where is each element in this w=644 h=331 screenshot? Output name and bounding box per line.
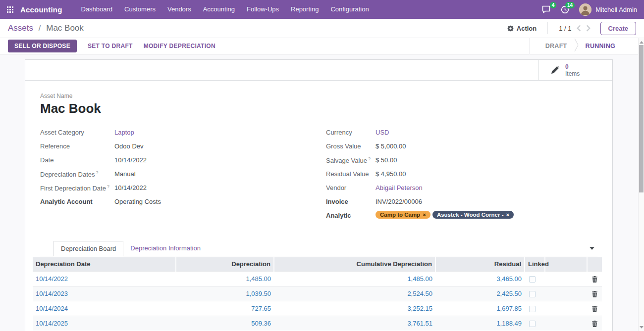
field-invoice: InvoiceINV/2022/00006 — [326, 197, 603, 207]
set-to-draft-button[interactable]: SET TO DRAFT — [88, 43, 133, 49]
delete-row-button[interactable] — [587, 286, 602, 301]
analytic-tags: Camp to Camp×Asustek - Wood Corner -× — [376, 211, 514, 219]
residual-cell[interactable]: 1,188.49 — [435, 316, 525, 331]
tab-depreciation-information[interactable]: Depreciation Information — [123, 241, 208, 256]
residual-cell[interactable]: 1,697.85 — [435, 301, 525, 316]
value-text[interactable]: $ 5,000.00 — [376, 142, 406, 150]
depreciation-cell[interactable]: 1,039.50 — [176, 286, 274, 301]
delete-row-button[interactable] — [587, 316, 602, 331]
cumulative-depreciation-cell[interactable]: 3,252.15 — [274, 301, 435, 316]
depreciation-date-cell[interactable]: 10/14/2022 — [33, 271, 176, 286]
nav-item-configuration[interactable]: Configuration — [324, 0, 375, 19]
link-laptop[interactable]: Laptop — [114, 129, 134, 136]
depreciation-date-cell[interactable]: 10/14/2024 — [33, 301, 176, 316]
linked-checkbox[interactable] — [529, 306, 536, 312]
value-text[interactable]: Odoo Dev — [114, 142, 144, 150]
nav-item-follow-ups[interactable]: Follow-Ups — [241, 0, 285, 19]
vertical-scrollbar[interactable] — [638, 38, 644, 331]
field-analytic-account: Analytic AccountOperating Costs — [40, 197, 318, 207]
table-row[interactable]: 10/14/20221,485.001,485.003,465.00 — [33, 271, 602, 286]
modify-depreciation-button[interactable]: MODIFY DEPRECIATION — [144, 43, 215, 49]
value-text[interactable]: $ 50.00 — [376, 156, 397, 164]
statusbar: DRAFTRUNNING — [529, 38, 622, 54]
field-salvage-value: Salvage Value?$ 50.00 — [326, 156, 603, 165]
nav-item-customers[interactable]: Customers — [118, 0, 161, 19]
button-bar: SELL OR DISPOSE SET TO DRAFT MODIFY DEPR… — [0, 38, 644, 54]
field-label-vendor: Vendor — [326, 184, 376, 191]
breadcrumb-assets-link[interactable]: Assets — [8, 23, 33, 33]
scrollbar-thumb[interactable] — [639, 45, 644, 192]
messages-button[interactable]: 4 — [541, 5, 551, 14]
asset-form-sheet: 0 Items Asset Name Mac Book Asset Catego… — [25, 59, 613, 331]
field-label-date: Date — [40, 156, 114, 164]
field-value-residual-value: $ 4,950.00 — [376, 170, 406, 178]
cumulative-depreciation-cell[interactable]: 1,485.00 — [274, 271, 435, 286]
analytic-tag-camp-to-camp[interactable]: Camp to Camp× — [376, 211, 430, 219]
column-header-depreciation-date[interactable]: Depreciation Date — [33, 257, 176, 271]
column-header-linked[interactable]: Linked — [525, 257, 545, 271]
link-usd[interactable]: USD — [376, 129, 389, 136]
table-row[interactable]: 10/14/2025509.363,761.511,188.49 — [33, 316, 602, 331]
depreciation-cell[interactable]: 727.65 — [176, 301, 274, 316]
depreciation-date-cell[interactable]: 10/14/2023 — [33, 286, 176, 301]
field-reference: ReferenceOdoo Dev — [40, 142, 318, 151]
residual-cell[interactable]: 3,465.00 — [435, 271, 525, 286]
analytic-tag-asustek-wood-corner[interactable]: Asustek - Wood Corner -× — [432, 211, 514, 219]
nav-item-accounting[interactable]: Accounting — [197, 0, 241, 19]
apps-menu-icon[interactable] — [7, 6, 13, 13]
cumulative-depreciation-cell[interactable]: 2,524.50 — [274, 286, 435, 301]
column-header-depreciation[interactable]: Depreciation — [176, 257, 274, 271]
value-text[interactable]: 10/14/2022 — [114, 156, 147, 164]
depreciation-table-wrap: Depreciation DateDepreciationCumulative … — [25, 256, 612, 331]
delete-row-button[interactable] — [587, 301, 602, 316]
top-navbar: Accounting DashboardCustomersVendorsAcco… — [0, 0, 644, 19]
scroll-up-button[interactable] — [639, 39, 644, 45]
field-value-date: 10/14/2022 — [114, 156, 147, 164]
delete-row-button[interactable] — [587, 271, 602, 286]
status-running[interactable]: RUNNING — [579, 43, 622, 49]
linked-checkbox[interactable] — [529, 276, 536, 283]
chevron-down-icon[interactable] — [590, 247, 594, 250]
linked-checkbox[interactable] — [529, 291, 536, 297]
field-label-gross-value: Gross Value — [326, 142, 376, 150]
tag-remove-icon[interactable]: × — [423, 212, 426, 218]
activities-button[interactable]: 14 — [561, 5, 569, 14]
depreciation-cell[interactable]: 1,485.00 — [176, 271, 274, 286]
cumulative-depreciation-cell[interactable]: 3,761.51 — [274, 316, 435, 331]
column-header-cumulative-depreciation[interactable]: Cumulative Depreciation — [274, 257, 435, 271]
items-button[interactable]: 0 Items — [538, 60, 612, 80]
value-text[interactable]: $ 4,950.00 — [376, 170, 406, 178]
pager-next-button[interactable] — [586, 25, 590, 32]
scroll-down-button[interactable] — [639, 324, 644, 330]
status-draft[interactable]: DRAFT — [538, 43, 574, 49]
sell-or-dispose-button[interactable]: SELL OR DISPOSE — [8, 40, 77, 52]
value-text[interactable]: 10/14/2022 — [114, 184, 147, 191]
value-text[interactable]: INV/2022/00006 — [376, 198, 422, 205]
tab-depreciation-board[interactable]: Depreciation Board — [54, 241, 123, 256]
linked-checkbox[interactable] — [529, 321, 536, 327]
triangle-down-icon — [640, 326, 644, 329]
column-header-residual[interactable]: Residual — [435, 257, 525, 271]
nav-item-reporting[interactable]: Reporting — [285, 0, 324, 19]
action-button[interactable]: Action — [507, 25, 537, 32]
app-brand[interactable]: Accounting — [20, 5, 62, 14]
value-text[interactable]: Manual — [114, 170, 136, 178]
link-abigail-peterson[interactable]: Abigail Peterson — [376, 184, 423, 191]
table-row[interactable]: 10/14/2024727.653,252.151,697.85 — [33, 301, 602, 316]
user-menu[interactable]: Mitchell Admin — [579, 3, 637, 16]
pager-value: 1 / 1 — [559, 25, 571, 32]
value-text[interactable]: Operating Costs — [114, 198, 161, 205]
nav-item-dashboard[interactable]: Dashboard — [75, 0, 119, 19]
depreciation-date-cell[interactable]: 10/14/2025 — [33, 316, 176, 331]
field-value-invoice: INV/2022/00006 — [376, 197, 422, 205]
top-menu: DashboardCustomersVendorsAccountingFollo… — [75, 0, 375, 19]
depreciation-cell[interactable]: 509.36 — [176, 316, 274, 331]
items-label: Items — [565, 70, 580, 77]
asset-name[interactable]: Mac Book — [40, 101, 597, 116]
create-button[interactable]: Create — [600, 22, 636, 35]
pager-prev-button[interactable] — [577, 25, 581, 32]
residual-cell[interactable]: 2,425.50 — [435, 286, 525, 301]
table-row[interactable]: 10/14/20231,039.502,524.502,425.50 — [33, 286, 602, 301]
nav-item-vendors[interactable]: Vendors — [161, 0, 197, 19]
tag-remove-icon[interactable]: × — [506, 212, 509, 218]
